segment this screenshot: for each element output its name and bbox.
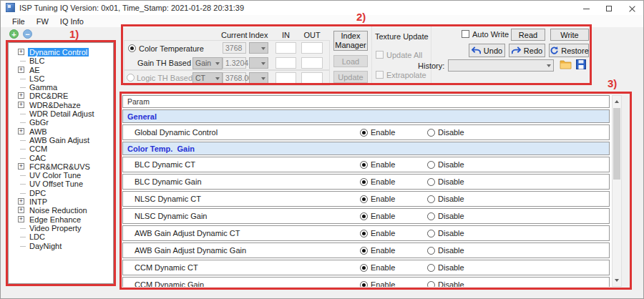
gain-th-based-on-select[interactable]: Gain bbox=[192, 57, 223, 69]
tree-item[interactable]: + WDR&Dehaze bbox=[9, 101, 113, 109]
tree-item[interactable]: WDR Detail Adjust bbox=[9, 109, 113, 118]
update-all-checkbox[interactable] bbox=[376, 51, 384, 59]
tree-item-label: Video Property bbox=[28, 224, 83, 232]
disable-radio[interactable] bbox=[427, 264, 435, 272]
menu-iq-info[interactable]: IQ Info bbox=[54, 17, 89, 26]
tree-item-label: CCM bbox=[28, 144, 49, 153]
redo-button[interactable]: Redo bbox=[509, 44, 545, 57]
logic-th-index-select[interactable] bbox=[249, 72, 268, 84]
logic-th-out-field[interactable] bbox=[301, 72, 323, 84]
expander-icon[interactable]: + bbox=[18, 198, 24, 205]
expander-icon[interactable]: + bbox=[18, 49, 24, 55]
disable-radio[interactable] bbox=[427, 247, 435, 255]
scrollbar-thumb[interactable] bbox=[613, 108, 620, 180]
extrapolate-checkbox[interactable] bbox=[376, 71, 384, 79]
tree-item[interactable]: Video Property bbox=[9, 224, 113, 232]
history-save-button[interactable] bbox=[575, 59, 587, 71]
disable-radio[interactable] bbox=[427, 129, 435, 137]
expander-icon[interactable]: + bbox=[18, 92, 24, 99]
tree-item[interactable]: + INTP bbox=[9, 197, 113, 206]
color-temperature-current-field[interactable]: 3768 bbox=[223, 42, 246, 54]
disable-radio[interactable] bbox=[427, 212, 435, 220]
close-button[interactable] bbox=[620, 1, 643, 16]
expander-icon[interactable]: + bbox=[18, 128, 24, 134]
tree-item[interactable]: BLC bbox=[9, 57, 113, 65]
tree-item[interactable]: DPC bbox=[9, 189, 113, 197]
tree-item[interactable]: GbGr bbox=[9, 118, 113, 127]
scroll-up-button[interactable] bbox=[613, 96, 621, 107]
tree-item[interactable]: + Dynamic Control bbox=[9, 48, 113, 57]
gain-th-index-select[interactable] bbox=[249, 57, 268, 69]
divider bbox=[431, 26, 431, 83]
tree-item[interactable]: + AE bbox=[9, 66, 113, 74]
color-temperature-radio[interactable] bbox=[128, 44, 136, 52]
expander-icon[interactable]: + bbox=[18, 102, 24, 108]
tree-item-label: DayNight bbox=[28, 242, 63, 250]
scroll-down-button[interactable] bbox=[613, 275, 621, 286]
undo-button[interactable]: Undo bbox=[469, 44, 505, 57]
gain-th-in-field[interactable] bbox=[275, 57, 296, 69]
enable-radio[interactable] bbox=[360, 129, 368, 137]
write-button[interactable]: Write bbox=[550, 29, 589, 41]
tree-item[interactable]: LSC bbox=[9, 74, 113, 83]
param-label: AWB Gain Adjust Dynamic CT bbox=[135, 229, 240, 237]
gain-th-current-field[interactable]: 1.3204 bbox=[223, 57, 246, 69]
enable-radio[interactable] bbox=[360, 212, 368, 220]
logic-th-current-field[interactable]: 3768.00 bbox=[223, 72, 246, 84]
tree-add-button[interactable]: + bbox=[9, 29, 19, 39]
disable-radio[interactable] bbox=[427, 161, 435, 169]
logic-th-in-field[interactable] bbox=[275, 72, 296, 84]
index-manager-button[interactable]: Index Manager bbox=[333, 31, 368, 51]
table-row: NLSC Dynamic Gain Enable Disable bbox=[122, 208, 610, 224]
read-button[interactable]: Read bbox=[511, 29, 545, 41]
tree-item[interactable]: + FCR&MCR&UVS bbox=[9, 162, 113, 171]
enable-radio[interactable] bbox=[360, 247, 368, 255]
tree-item[interactable]: UV Color Tune bbox=[9, 171, 113, 180]
enable-radio[interactable] bbox=[360, 195, 368, 203]
menu-file[interactable]: File bbox=[6, 17, 31, 26]
expander-icon[interactable]: + bbox=[18, 216, 24, 222]
history-select[interactable] bbox=[448, 59, 554, 72]
tree-item[interactable]: + Noise Reduction bbox=[9, 206, 113, 215]
tree-remove-button[interactable]: − bbox=[23, 29, 32, 39]
enable-radio[interactable] bbox=[360, 264, 368, 272]
tree-item[interactable]: LDC bbox=[9, 232, 113, 241]
tree-item[interactable]: + DRC&DRE bbox=[9, 92, 113, 100]
load-button[interactable]: Load bbox=[333, 55, 368, 67]
enable-radio[interactable] bbox=[360, 178, 368, 186]
auto-write-checkbox[interactable] bbox=[462, 30, 469, 38]
logic-th-radio[interactable] bbox=[127, 74, 135, 82]
disable-radio[interactable] bbox=[427, 230, 435, 237]
disable-radio[interactable] bbox=[427, 195, 435, 203]
update-button[interactable]: Update bbox=[333, 71, 368, 83]
expander-icon[interactable]: + bbox=[18, 67, 24, 73]
enable-radio[interactable] bbox=[360, 281, 368, 288]
tree-item[interactable]: + Edge Enhance bbox=[9, 215, 113, 224]
disable-radio[interactable] bbox=[427, 281, 435, 288]
tree-item[interactable]: AWB Gain Adjust bbox=[9, 136, 113, 144]
enable-radio[interactable] bbox=[360, 230, 368, 237]
restore-button[interactable]: Restore bbox=[549, 44, 589, 57]
disable-radio[interactable] bbox=[427, 178, 435, 186]
vertical-scrollbar[interactable] bbox=[612, 95, 622, 287]
color-temperature-out-field[interactable] bbox=[301, 42, 323, 54]
window-title: ISP Tuning IQ Version: 0x01, Time_Stamp:… bbox=[19, 4, 244, 12]
expander-icon[interactable]: + bbox=[18, 207, 24, 213]
color-temperature-in-field[interactable] bbox=[275, 42, 296, 54]
tree-item[interactable]: Gamma bbox=[9, 83, 113, 92]
minimize-button[interactable] bbox=[575, 1, 597, 16]
color-temperature-index-select[interactable] bbox=[249, 42, 268, 54]
maximize-button[interactable] bbox=[597, 1, 620, 16]
divider bbox=[371, 26, 372, 83]
tree-item[interactable]: CAC bbox=[9, 154, 113, 162]
enable-radio[interactable] bbox=[360, 161, 368, 169]
tree-item[interactable]: DayNight bbox=[9, 242, 113, 250]
menu-fw[interactable]: FW bbox=[31, 17, 54, 26]
gain-th-out-field[interactable] bbox=[301, 57, 323, 69]
tree-item[interactable]: CCM bbox=[9, 144, 113, 153]
expander-icon[interactable]: + bbox=[18, 163, 24, 170]
tree-item[interactable]: + AWB bbox=[9, 127, 113, 136]
tree-item[interactable]: UV Offset Tune bbox=[9, 180, 113, 188]
history-open-button[interactable] bbox=[559, 59, 572, 71]
logic-th-based-on-select[interactable]: CT bbox=[192, 72, 223, 84]
